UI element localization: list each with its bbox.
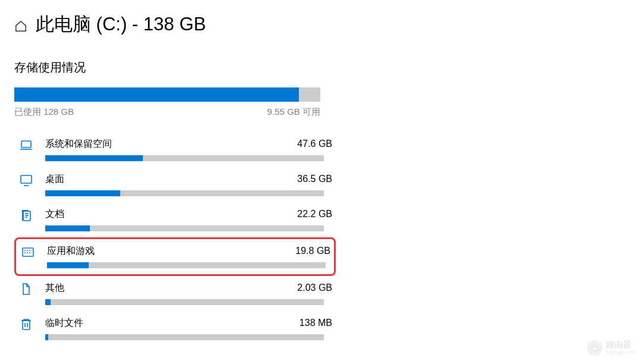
overview-usage-bar xyxy=(14,87,320,102)
category-body: 应用和游戏19.8 GB xyxy=(47,245,330,268)
category-bar-fill xyxy=(45,225,90,231)
category-bar-fill xyxy=(45,190,120,196)
category-name: 应用和游戏 xyxy=(47,245,95,258)
category-bar xyxy=(47,262,326,268)
overview-used-label: 已使用 128 GB xyxy=(14,106,74,118)
watermark: 路由器 luyouqi.com xyxy=(587,340,635,356)
svg-rect-4 xyxy=(23,321,30,330)
category-bar xyxy=(45,190,324,196)
category-size: 36.5 GB xyxy=(297,174,332,184)
document-icon xyxy=(19,208,33,222)
svg-rect-6 xyxy=(593,347,597,349)
category-bar-fill xyxy=(45,155,143,161)
category-size: 47.6 GB xyxy=(297,139,332,149)
category-bar xyxy=(45,299,324,305)
section-title: 存储使用情况 xyxy=(14,59,336,76)
storage-content: 存储使用情况 已使用 128 GB 9.55 GB 可用 系统和保留空间47.6… xyxy=(14,59,336,346)
svg-rect-0 xyxy=(21,141,31,148)
category-header: 文档22.2 GB xyxy=(45,208,332,221)
category-body: 文档22.2 GB xyxy=(45,208,332,231)
laptop-icon xyxy=(19,138,33,152)
category-bar xyxy=(45,155,324,161)
category-bar xyxy=(45,334,324,340)
category-item[interactable]: 临时文件138 MB xyxy=(14,311,336,346)
svg-rect-3 xyxy=(23,248,33,256)
category-name: 桌面 xyxy=(45,173,64,186)
apps-icon xyxy=(21,245,35,259)
category-name: 文档 xyxy=(45,208,64,221)
trash-icon xyxy=(19,317,33,331)
category-body: 其他2.03 GB xyxy=(45,282,332,305)
category-header: 其他2.03 GB xyxy=(45,282,332,294)
category-header: 临时文件138 MB xyxy=(45,317,332,330)
category-header: 应用和游戏19.8 GB xyxy=(47,245,330,258)
category-header: 系统和保留空间47.6 GB xyxy=(45,138,332,150)
package-icon xyxy=(19,282,33,296)
category-size: 138 MB xyxy=(299,318,332,328)
category-list: 系统和保留空间47.6 GB桌面36.5 GB文档22.2 GB应用和游戏19.… xyxy=(14,132,336,346)
category-name: 系统和保留空间 xyxy=(45,138,112,150)
svg-rect-1 xyxy=(21,175,32,183)
home-icon[interactable] xyxy=(14,20,27,33)
category-name: 其他 xyxy=(45,282,64,294)
page-title: 此电脑 (C:) - 138 GB xyxy=(36,12,206,37)
category-bar-fill xyxy=(45,334,48,340)
category-body: 临时文件138 MB xyxy=(45,317,332,340)
category-bar xyxy=(45,225,324,231)
monitor-icon xyxy=(19,173,33,187)
category-item[interactable]: 桌面36.5 GB xyxy=(14,167,336,202)
watermark-text: 路由器 xyxy=(606,340,635,349)
category-size: 19.8 GB xyxy=(295,246,330,256)
category-item[interactable]: 应用和游戏19.8 GB xyxy=(14,237,336,276)
category-bar-fill xyxy=(47,262,89,268)
category-item[interactable]: 其他2.03 GB xyxy=(14,276,336,311)
category-item[interactable]: 文档22.2 GB xyxy=(14,202,336,237)
category-header: 桌面36.5 GB xyxy=(45,173,332,186)
category-bar-fill xyxy=(45,299,51,305)
overview-free-label: 9.55 GB 可用 xyxy=(267,106,320,118)
page-header: 此电脑 (C:) - 138 GB xyxy=(14,12,629,37)
router-icon xyxy=(587,340,603,356)
category-item[interactable]: 系统和保留空间47.6 GB xyxy=(14,132,336,167)
watermark-sub: luyouqi.com xyxy=(606,350,635,356)
category-body: 系统和保留空间47.6 GB xyxy=(45,138,332,161)
overview-labels: 已使用 128 GB 9.55 GB 可用 xyxy=(14,106,320,118)
svg-rect-2 xyxy=(23,211,30,221)
category-size: 2.03 GB xyxy=(297,283,332,293)
category-size: 22.2 GB xyxy=(297,209,332,219)
overview-usage-bar-fill xyxy=(14,87,299,102)
category-name: 临时文件 xyxy=(45,317,83,330)
category-body: 桌面36.5 GB xyxy=(45,173,332,196)
